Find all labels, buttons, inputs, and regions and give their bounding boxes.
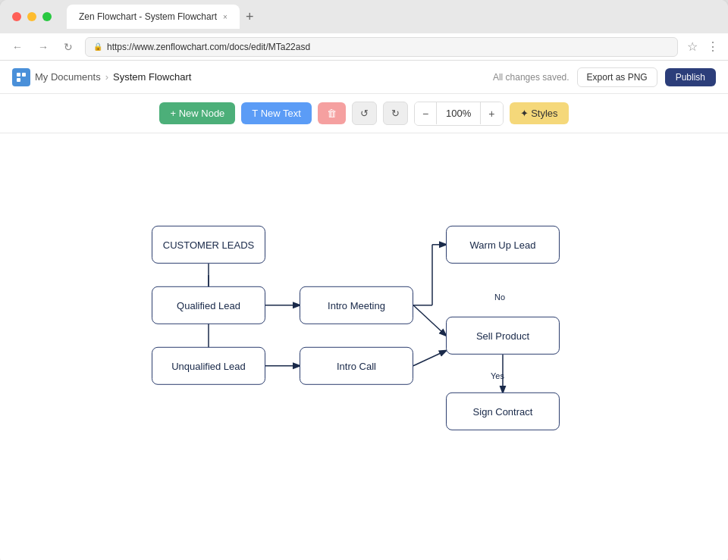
svg-rect-1 [22,73,26,77]
header-actions: All changes saved. Export as PNG Publish [493,67,716,87]
flowchart-node-customer-leads[interactable]: CUSTOMER LEADS [152,226,265,264]
flowchart-node-unqualified-lead[interactable]: Unqualified Lead [152,347,265,385]
no-label: No [494,293,505,302]
publish-button[interactable]: Publish [665,68,716,86]
traffic-lights [12,12,52,21]
new-text-button[interactable]: T New Text [241,102,312,124]
delete-button[interactable]: 🗑 [318,102,346,124]
url-bar[interactable]: 🔒 https://www.zenflowchart.com/docs/edit… [85,37,678,57]
saved-status: All changes saved. [493,72,570,83]
bookmark-icon[interactable]: ☆ [687,39,698,54]
forward-button[interactable]: → [35,39,52,55]
zoom-in-button[interactable]: + [481,102,502,125]
trash-icon: 🗑 [327,108,337,119]
yes-label: Yes [491,371,504,380]
redo-button[interactable]: ↻ [383,102,408,125]
breadcrumb-root[interactable]: My Documents [35,71,101,83]
flowchart: CUSTOMER LEADSQualified LeadUnqualified … [152,226,576,483]
canvas[interactable]: CUSTOMER LEADSQualified LeadUnqualified … [0,133,728,560]
close-button[interactable] [12,12,21,21]
svg-line-11 [413,305,446,336]
flowchart-node-intro-meeting[interactable]: Intro Meeting [300,286,413,324]
refresh-button[interactable]: ↻ [61,39,76,55]
flowchart-node-intro-call[interactable]: Intro Call [300,347,413,385]
flowchart-node-sell-product[interactable]: Sell Product [446,317,560,355]
styles-button[interactable]: ✦ Styles [510,102,569,124]
zoom-out-button[interactable]: − [415,102,436,125]
tab-bar: Zen Flowchart - System Flowchart × + [67,5,716,29]
menu-icon[interactable]: ⋮ [707,39,719,54]
title-bar: Zen Flowchart - System Flowchart × + [0,0,728,33]
minimize-button[interactable] [27,12,36,21]
toolbar: + New Node T New Text 🗑 ↺ ↻ − 100% + ✦ S… [0,94,728,133]
flowchart-node-sign-contract[interactable]: Sign Contract [446,393,560,430]
active-tab[interactable]: Zen Flowchart - System Flowchart × [67,5,240,29]
url-text: https://www.zenflowchart.com/docs/edit/M… [107,42,310,52]
undo-button[interactable]: ↺ [352,102,377,125]
new-tab-button[interactable]: + [246,10,254,23]
back-button[interactable]: ← [9,39,26,55]
breadcrumb-separator: › [105,71,108,83]
tab-title: Zen Flowchart - System Flowchart [79,11,217,22]
address-bar: ← → ↻ 🔒 https://www.zenflowchart.com/doc… [0,33,728,61]
app-logo [12,68,30,86]
lock-icon: 🔒 [93,42,102,51]
app-header: My Documents › System Flowchart All chan… [0,61,728,94]
browser-window: Zen Flowchart - System Flowchart × + ← →… [0,0,728,560]
export-button[interactable]: Export as PNG [577,67,657,87]
tab-close-icon[interactable]: × [223,13,228,21]
zoom-control: − 100% + [414,102,504,126]
svg-rect-0 [17,73,20,77]
new-node-button[interactable]: + New Node [159,102,235,124]
maximize-button[interactable] [42,12,52,21]
flowchart-node-warm-up-lead[interactable]: Warm Up Lead [446,226,560,264]
flowchart-node-qualified-lead[interactable]: Qualified Lead [152,286,265,324]
svg-rect-2 [17,78,20,82]
breadcrumb: My Documents › System Flowchart [12,68,493,86]
svg-line-12 [413,351,446,366]
zoom-value: 100% [436,102,481,124]
breadcrumb-current: System Flowchart [113,71,191,83]
